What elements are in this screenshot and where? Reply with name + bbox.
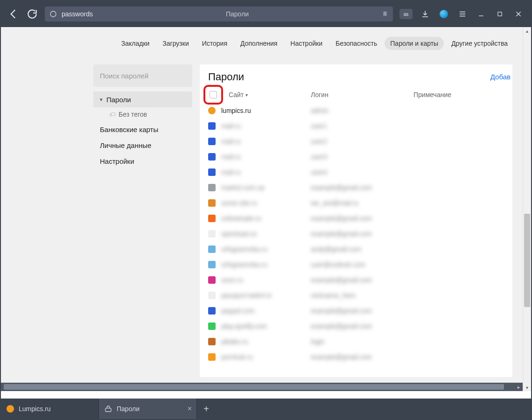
scrollbar-thumb[interactable] — [524, 214, 530, 307]
password-row[interactable]: ozon.ruexample@gmail.com — [200, 272, 512, 287]
column-site-label: Сайт — [229, 91, 244, 98]
nav-item-2[interactable]: История — [196, 37, 233, 50]
row-site: market.com.ua — [221, 184, 311, 191]
password-row[interactable]: orfogrammka.ruuser@outlook.com — [200, 257, 512, 272]
favicon — [208, 307, 216, 315]
url-text: passwords — [62, 10, 93, 18]
row-login: andy@gmail.com — [311, 245, 413, 253]
nav-item-1[interactable]: Загрузки — [157, 37, 194, 50]
row-login: example@gmail.com — [311, 215, 413, 222]
password-row[interactable]: pikabu.rulogin — [200, 334, 512, 349]
nav-item-5[interactable]: Безопасность — [330, 37, 383, 50]
downloads-icon[interactable] — [419, 8, 431, 20]
tab-label: Пароли — [117, 405, 140, 413]
password-row[interactable]: pornhub.ruexample@gmail.com — [200, 349, 512, 364]
row-login: user4 — [311, 168, 413, 176]
sidebar-item-2[interactable]: Банковские карты — [93, 121, 192, 137]
password-row[interactable]: mail.ruuser2 — [200, 133, 512, 149]
svg-rect-2 — [105, 408, 111, 412]
row-site: onlinetrade.ru — [221, 215, 311, 222]
row-login: user@outlook.com — [311, 261, 413, 268]
favicon — [208, 261, 216, 268]
row-login: example@gmail.com — [311, 230, 413, 238]
address-bar[interactable]: passwords Пароли — [45, 7, 393, 21]
row-site: orfogrammka.ru — [221, 261, 311, 268]
password-row[interactable]: onlinetrade.ruexample@gmail.com — [200, 210, 512, 226]
row-login: example@gmail.com — [311, 276, 413, 284]
window-minimize-button[interactable] — [475, 8, 487, 20]
scrollbar-thumb-h[interactable] — [4, 384, 504, 390]
password-row[interactable]: passport.twitch.tvnickname_here — [200, 287, 512, 303]
nav-item-3[interactable]: Дополнения — [235, 37, 283, 50]
window-close-button[interactable] — [512, 8, 525, 20]
menu-icon[interactable] — [456, 8, 469, 20]
nav-item-7[interactable]: Другие устройства — [446, 37, 513, 50]
password-search-input[interactable]: Поиск паролей — [93, 64, 192, 87]
browser-logo-icon — [49, 10, 57, 18]
password-row[interactable]: market.com.uaexample@gmail.com — [200, 180, 512, 195]
password-row[interactable]: openload.coexample@gmail.com — [200, 226, 512, 241]
sidebar-item-3[interactable]: Личные данные — [93, 137, 192, 153]
horizontal-scrollbar[interactable]: ◂ ▸ — [1, 383, 523, 391]
sidebar-item-4[interactable]: Настройки — [93, 153, 192, 169]
select-all-highlight — [203, 85, 223, 105]
password-row[interactable]: some-site.ruwe_are@mail.ru — [200, 195, 512, 210]
column-login-label: Логин — [311, 91, 413, 98]
favicon — [208, 215, 216, 222]
row-login: user2 — [311, 138, 413, 145]
bookmark-icon[interactable] — [382, 11, 388, 17]
scroll-right-icon[interactable]: ▸ — [514, 383, 523, 391]
table-header: Сайт ▾ Логин Примечание — [200, 87, 512, 103]
password-row[interactable]: orfogrammka.ruandy@gmail.com — [200, 241, 512, 257]
nav-item-0[interactable]: Закладки — [116, 37, 155, 50]
select-all-checkbox[interactable] — [210, 91, 217, 98]
chevron-down-icon: ▾ — [245, 92, 248, 98]
password-row[interactable]: paypal.comexample@gmail.com — [200, 303, 512, 318]
password-row[interactable]: mail.ruuser3 — [200, 149, 512, 164]
favicon — [208, 292, 216, 299]
scroll-down-icon[interactable]: ▾ — [523, 384, 531, 391]
row-login: user3 — [311, 153, 413, 161]
row-login: admin — [311, 107, 413, 114]
new-tab-button[interactable]: + — [197, 399, 216, 419]
row-site: mail.ru — [221, 153, 311, 161]
row-login: example@gmail.com — [311, 322, 413, 330]
nav-item-4[interactable]: Настройки — [285, 37, 328, 50]
nav-item-6[interactable]: Пароли и карты — [385, 37, 444, 50]
favicon — [208, 107, 216, 114]
profile-icon[interactable] — [438, 8, 450, 20]
row-login: example@gmail.com — [311, 184, 413, 191]
password-row[interactable]: qiwi.ruexample@gmail.com — [200, 364, 512, 367]
row-site: pikabu.ru — [221, 338, 311, 345]
password-row[interactable]: mail.ruuser4 — [200, 164, 512, 180]
column-note-label: Примечание — [413, 91, 504, 98]
tab-favicon — [105, 405, 112, 413]
tab-favicon — [7, 405, 14, 413]
favicon — [208, 122, 216, 130]
favicon — [208, 168, 216, 176]
reload-button[interactable] — [26, 8, 38, 20]
scroll-up-icon[interactable]: ▴ — [523, 27, 531, 35]
back-button[interactable] — [7, 8, 20, 20]
add-password-link[interactable]: Добав — [490, 73, 512, 81]
tab-close-icon[interactable]: × — [188, 405, 192, 413]
window-maximize-button[interactable] — [494, 8, 506, 20]
sidebar-sub-item[interactable]: 🏷Без тегов — [93, 107, 192, 121]
browser-tab-1[interactable]: Пароли× — [99, 399, 197, 419]
row-site: mail.ru — [221, 138, 311, 145]
row-site: lumpics.ru — [221, 107, 311, 114]
vertical-scrollbar[interactable]: ▴ ▾ — [523, 27, 531, 391]
row-login: example@gmail.com — [311, 307, 413, 315]
browser-tab-0[interactable]: Lumpics.ru — [1, 399, 99, 419]
column-site-sort[interactable]: Сайт ▾ — [229, 91, 248, 98]
sidebar-item-0[interactable]: ▾Пароли — [93, 91, 192, 107]
row-site: mail.ru — [221, 122, 311, 130]
favicon — [208, 322, 216, 330]
password-row[interactable]: mail.ruuser1 — [200, 118, 512, 133]
extension-lastfm-icon[interactable]: as — [399, 9, 413, 19]
row-site: mail.ru — [221, 168, 311, 176]
password-row[interactable]: lumpics.ruadmin — [200, 103, 512, 118]
password-row[interactable]: play.spotify.comexample@gmail.com — [200, 318, 512, 334]
chevron-down-icon: ▾ — [100, 97, 103, 103]
tab-strip: Lumpics.ruПароли× + — [1, 399, 531, 419]
